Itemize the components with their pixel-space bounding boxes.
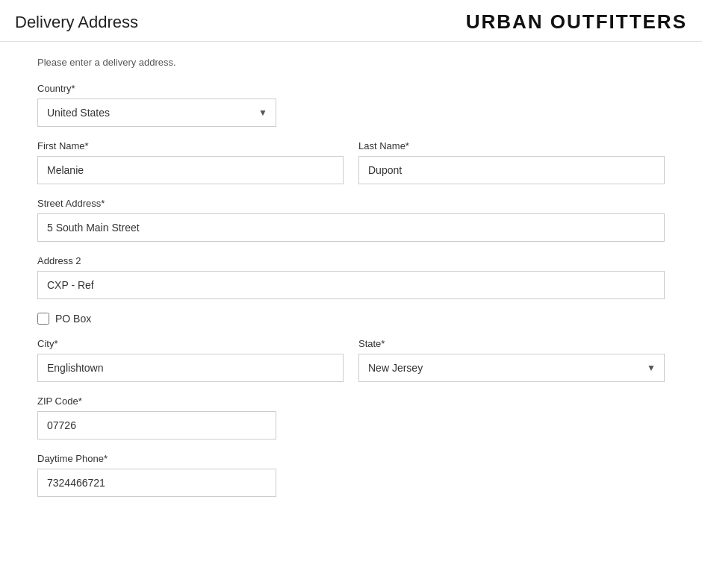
zip-code-group: ZIP Code* bbox=[37, 395, 665, 440]
daytime-phone-label: Daytime Phone* bbox=[37, 453, 665, 464]
name-row: First Name* Last Name* bbox=[37, 140, 665, 198]
country-label: Country* bbox=[37, 83, 665, 94]
city-label: City* bbox=[37, 338, 344, 349]
page-title: Delivery Address bbox=[15, 13, 138, 32]
first-name-input[interactable] bbox=[37, 156, 344, 184]
brand-logo: URBAN OUTFITTERS bbox=[466, 10, 687, 34]
form-container: Please enter a delivery address. Country… bbox=[0, 42, 702, 533]
state-group: State* Alabama Alaska Arizona Arkansas C… bbox=[358, 338, 665, 382]
page-wrapper: Delivery Address URBAN OUTFITTERS Please… bbox=[0, 0, 702, 588]
zip-code-label: ZIP Code* bbox=[37, 395, 665, 407]
state-label: State* bbox=[358, 338, 665, 349]
country-group: Country* United States Canada United Kin… bbox=[37, 83, 665, 127]
last-name-input[interactable] bbox=[358, 156, 665, 184]
zip-code-input[interactable] bbox=[37, 411, 276, 440]
street-address-label: Street Address* bbox=[37, 198, 665, 209]
city-input[interactable] bbox=[37, 354, 344, 382]
street-address-group: Street Address* bbox=[37, 198, 665, 242]
street-address-input[interactable] bbox=[37, 213, 665, 242]
country-select[interactable]: United States Canada United Kingdom bbox=[37, 98, 276, 127]
daytime-phone-group: Daytime Phone* bbox=[37, 453, 665, 497]
po-box-label[interactable]: PO Box bbox=[55, 313, 91, 325]
last-name-group: Last Name* bbox=[358, 140, 665, 184]
city-state-row: City* State* Alabama Alaska Arizona Arka… bbox=[37, 338, 665, 395]
daytime-phone-input[interactable] bbox=[37, 469, 276, 497]
page-header: Delivery Address URBAN OUTFITTERS bbox=[0, 0, 702, 42]
state-select-wrapper: Alabama Alaska Arizona Arkansas Californ… bbox=[358, 354, 665, 382]
po-box-group: PO Box bbox=[37, 313, 665, 325]
address2-input[interactable] bbox=[37, 271, 665, 299]
address2-group: Address 2 bbox=[37, 255, 665, 299]
state-select[interactable]: Alabama Alaska Arizona Arkansas Californ… bbox=[358, 354, 665, 382]
po-box-checkbox[interactable] bbox=[37, 313, 49, 325]
form-instruction: Please enter a delivery address. bbox=[37, 57, 665, 68]
country-select-wrapper: United States Canada United Kingdom ▼ bbox=[37, 98, 276, 127]
last-name-label: Last Name* bbox=[358, 140, 665, 151]
first-name-label: First Name* bbox=[37, 140, 344, 151]
address2-label: Address 2 bbox=[37, 255, 665, 266]
city-group: City* bbox=[37, 338, 344, 382]
first-name-group: First Name* bbox=[37, 140, 344, 184]
